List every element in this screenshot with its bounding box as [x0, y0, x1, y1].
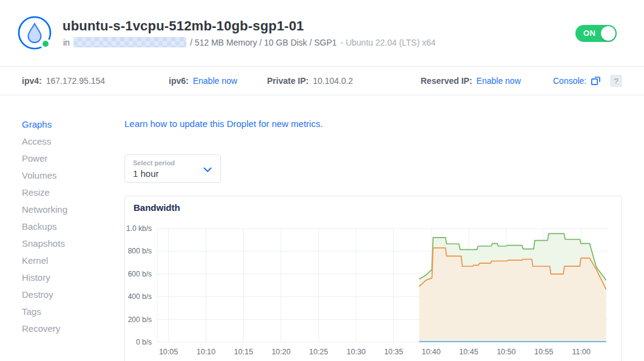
ipv6-label: ipv6:	[169, 76, 189, 86]
private-ip-label: Private IP:	[267, 76, 308, 86]
ip-summary-bar: ipv4: 167.172.95.154 ipv6: Enable now Pr…	[0, 66, 644, 95]
svg-text:10:30: 10:30	[347, 348, 365, 356]
power-toggle[interactable]: ON	[575, 25, 617, 42]
ipv6-enable-link[interactable]: Enable now	[193, 76, 237, 86]
console-link[interactable]: Console:	[553, 76, 586, 86]
svg-text:10:15: 10:15	[234, 348, 253, 356]
droplet-specs: / 512 MB Memory / 10 GB Disk / SGP1	[190, 38, 337, 47]
svg-text:600 b/s: 600 b/s	[128, 270, 152, 278]
svg-text:1.0 kb/s: 1.0 kb/s	[126, 224, 152, 233]
status-online-dot	[41, 40, 50, 48]
sidebar-item-volumes[interactable]: Volumes	[22, 169, 113, 186]
sidebar-item-access[interactable]: Access	[22, 135, 113, 152]
svg-text:10:55: 10:55	[534, 348, 553, 356]
svg-text:10:40: 10:40	[422, 348, 441, 356]
svg-text:11:00: 11:00	[572, 348, 591, 356]
sidebar-item-networking[interactable]: Networking	[22, 203, 113, 220]
svg-text:400 b/s: 400 b/s	[128, 292, 152, 301]
sidebar-item-backups[interactable]: Backups	[22, 220, 113, 237]
sidebar-item-history[interactable]: History	[22, 271, 113, 288]
bandwidth-card: Bandwidth 0 b/s200 b/s400 b/s600 b/s800 …	[124, 196, 622, 361]
svg-text:200 b/s: 200 b/s	[128, 315, 152, 324]
power-toggle-state: ON	[583, 25, 596, 42]
droplet-os: - Ubuntu 22.04 (LTS) x64	[341, 38, 436, 47]
ipv6-group: ipv6: Enable now	[169, 67, 237, 95]
private-ip-group: Private IP: 10.104.0.2	[267, 67, 353, 95]
svg-text:10:50: 10:50	[497, 348, 515, 356]
svg-text:10:25: 10:25	[309, 348, 328, 356]
period-select-label: Select period	[133, 159, 175, 167]
svg-text:0 b/s: 0 b/s	[136, 338, 152, 346]
sidebar-item-power[interactable]: Power	[22, 152, 113, 169]
sidebar-item-graphs[interactable]: Graphs	[22, 118, 113, 135]
sidebar-item-snapshots[interactable]: Snapshots	[22, 237, 113, 254]
power-toggle-knob	[601, 26, 615, 41]
droplet-sidebar: Graphs Access Power Volumes Resize Netwo…	[22, 118, 113, 339]
help-group: ?	[610, 67, 622, 95]
droplet-icon	[17, 15, 55, 52]
console-group: Console:	[553, 67, 601, 95]
help-button[interactable]: ?	[610, 75, 622, 87]
page-title: ubuntu-s-1vcpu-512mb-10gb-sgp1-01	[63, 18, 304, 34]
svg-text:10:20: 10:20	[271, 348, 290, 356]
reserved-ip-label: Reserved IP:	[421, 76, 472, 86]
period-select-value: 1 hour	[133, 168, 159, 179]
chevron-down-icon	[203, 167, 212, 173]
in-label: in	[63, 38, 70, 47]
svg-text:10:05: 10:05	[159, 348, 178, 356]
svg-text:800 b/s: 800 b/s	[128, 247, 152, 255]
bandwidth-chart: 0 b/s200 b/s400 b/s600 b/s800 b/s1.0 kb/…	[125, 196, 623, 361]
reserved-ip-enable-link[interactable]: Enable now	[476, 76, 521, 86]
console-window-icon[interactable]	[591, 76, 601, 86]
update-metrics-link[interactable]: Learn how to update this Droplet for new…	[124, 119, 323, 129]
period-select[interactable]: Select period 1 hour	[124, 154, 221, 183]
reserved-ip-group: Reserved IP: Enable now	[421, 67, 521, 95]
redacted-project-name	[73, 37, 186, 47]
ipv4-value: 167.172.95.154	[46, 76, 105, 86]
sidebar-item-tags[interactable]: Tags	[22, 305, 113, 322]
svg-text:10:10: 10:10	[197, 348, 215, 356]
sidebar-item-recovery[interactable]: Recovery	[22, 322, 113, 339]
sidebar-item-resize[interactable]: Resize	[22, 186, 113, 203]
sidebar-item-kernel[interactable]: Kernel	[22, 254, 113, 271]
svg-text:10:35: 10:35	[384, 348, 403, 356]
droplet-subtitle: in / 512 MB Memory / 10 GB Disk / SGP1 -…	[63, 37, 436, 47]
sidebar-item-destroy[interactable]: Destroy	[22, 288, 113, 305]
ipv4-group: ipv4: 167.172.95.154	[22, 67, 105, 95]
droplet-detail-page: ubuntu-s-1vcpu-512mb-10gb-sgp1-01 in / 5…	[0, 0, 644, 361]
private-ip-value: 10.104.0.2	[313, 76, 353, 86]
ipv4-label: ipv4:	[22, 76, 42, 86]
droplet-avatar	[17, 15, 55, 52]
svg-text:10:45: 10:45	[459, 348, 478, 356]
